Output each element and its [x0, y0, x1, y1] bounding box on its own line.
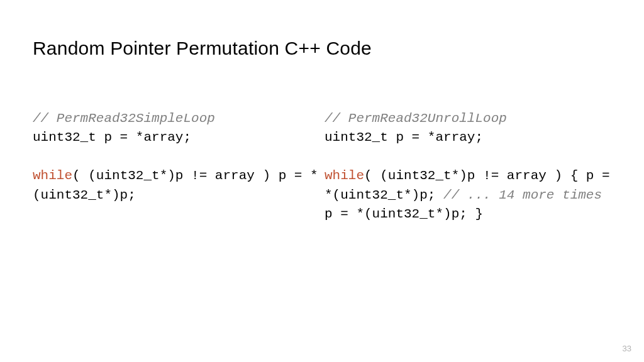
code-line: uint32_t p = *array;	[325, 130, 483, 145]
keyword-while: while	[325, 168, 364, 183]
code-line: ( (uint32_t*)p != array ) p = *(uint32_t…	[33, 168, 318, 202]
slide: Random Pointer Permutation C++ Code // P…	[0, 0, 644, 362]
code-line: uint32_t p = *array;	[33, 130, 191, 145]
slide-title: Random Pointer Permutation C++ Code	[33, 38, 611, 59]
comment-ellipsis: // ... 14 more times	[443, 188, 602, 202]
code-block-simple: // PermRead32SimpleLoop uint32_t p = *ar…	[33, 109, 319, 205]
code-left-column: // PermRead32SimpleLoop uint32_t p = *ar…	[33, 109, 322, 224]
page-number: 33	[623, 344, 631, 353]
comment-unroll: // PermRead32UnrollLoop	[325, 111, 507, 126]
keyword-while: while	[33, 168, 72, 183]
code-columns: // PermRead32SimpleLoop uint32_t p = *ar…	[33, 109, 611, 224]
code-block-unroll: // PermRead32UnrollLoop uint32_t p = *ar…	[325, 109, 611, 224]
code-right-column: // PermRead32UnrollLoop uint32_t p = *ar…	[322, 109, 611, 224]
comment-simple: // PermRead32SimpleLoop	[33, 111, 215, 126]
